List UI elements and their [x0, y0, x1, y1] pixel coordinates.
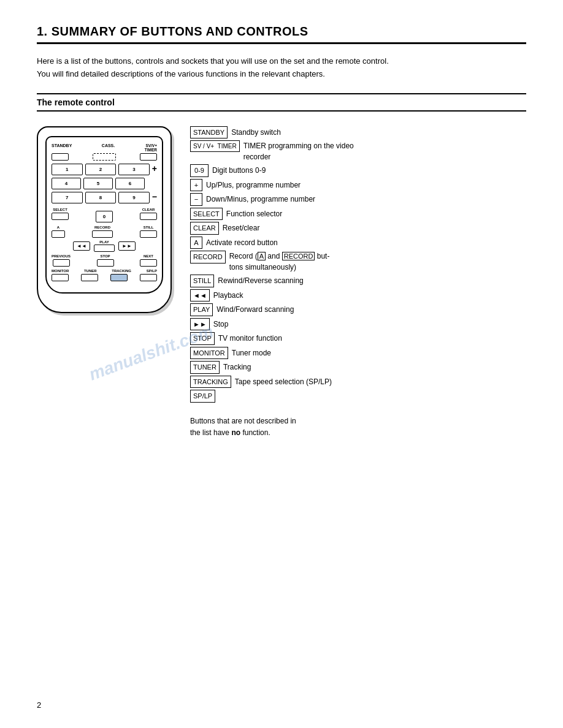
val-plus: Up/Plus, programme number: [206, 180, 301, 191]
desc-clear: CLEAR Reset/clear: [190, 222, 526, 235]
description-list: STANDBY Standby switch SV / V+ TIMER TIM…: [190, 126, 526, 439]
desc-tuner: TUNER Tracking: [190, 361, 526, 374]
remote-section: STANDBY CASS. SV/V+ TIMER 1 2 3 +: [37, 126, 526, 439]
key-timer: SV / V+ TIMER: [190, 140, 240, 152]
desc-ffwd: ►► Stop: [190, 318, 526, 331]
num-grid-row1: 1 2 3: [52, 164, 150, 175]
desc-still: STILL Rewind/Reverse scanning: [190, 275, 526, 287]
key-tracking: TRACKING: [190, 376, 231, 389]
val-timer: TIMER programming on the videorecorder: [243, 140, 354, 162]
prev-btn[interactable]: [53, 259, 70, 267]
desc-monitor: MONITOR Tuner mode: [190, 347, 526, 360]
sv-timer-btn[interactable]: [140, 153, 157, 161]
val-minus: Down/Minus, programme number: [206, 194, 315, 205]
monitor-label: MONITOR: [52, 269, 69, 273]
a-btn[interactable]: [52, 230, 65, 238]
rewind-btn[interactable]: ◄◄: [73, 241, 90, 251]
record-btn[interactable]: [92, 230, 113, 238]
key-tuner: TUNER: [190, 361, 220, 374]
bottom-btn-row: [52, 274, 157, 281]
key-stop: STOP: [190, 332, 215, 345]
prev-label: PREVIOUS: [52, 254, 71, 258]
num-grid-row3: 7 8 9: [52, 192, 150, 203]
val-monitor: Tuner mode: [232, 347, 271, 358]
select-btn[interactable]: [52, 213, 69, 220]
intro-text: Here is a list of the buttons, controls …: [37, 55, 526, 81]
a-label: A: [57, 226, 59, 229]
standby-label: STANDBY: [52, 143, 72, 152]
val-rewind: Playback: [213, 290, 243, 301]
key-select: SELECT: [190, 208, 223, 221]
stop-btn[interactable]: [97, 259, 114, 267]
key-a: A: [190, 237, 202, 249]
num-row-3: 7 8 9 −: [52, 192, 157, 203]
val-standby: Standby switch: [231, 127, 281, 138]
remote-top-labels: STANDBY CASS. SV/V+ TIMER: [52, 143, 157, 152]
val-stop: TV monitor function: [218, 333, 282, 344]
sv-timer-label: SV/V+ TIMER: [145, 143, 157, 152]
btn-5[interactable]: 5: [83, 178, 113, 189]
desc-splp: SP/LP: [190, 390, 526, 403]
btn-6[interactable]: 6: [115, 178, 145, 189]
ffwd-btn[interactable]: ►►: [118, 241, 136, 251]
tuner-btn[interactable]: [81, 274, 98, 281]
zero-label: [104, 206, 105, 210]
desc-stop: STOP TV monitor function: [190, 332, 526, 345]
btn-4[interactable]: 4: [52, 178, 81, 189]
val-clear: Reset/clear: [223, 222, 260, 233]
key-clear: CLEAR: [190, 222, 219, 235]
clear-btn[interactable]: [140, 213, 157, 220]
tracking-btn[interactable]: [110, 274, 128, 281]
val-select: Function selector: [226, 208, 282, 219]
note-box: Buttons that are not described in the li…: [190, 415, 399, 439]
key-still: STILL: [190, 275, 214, 287]
still-label: STILL: [144, 226, 154, 229]
desc-rewind: ◄◄ Playback: [190, 289, 526, 302]
cass-btn[interactable]: [93, 153, 116, 161]
key-plus: +: [190, 179, 202, 192]
key-play: PLAY: [190, 303, 213, 316]
standby-btn[interactable]: [52, 153, 69, 161]
desc-select: SELECT Function selector: [190, 208, 526, 221]
val-ffwd: Stop: [213, 319, 229, 330]
val-record: Record (A and RECORD but-tons simultaneo…: [229, 251, 330, 273]
splp-btn[interactable]: [140, 274, 157, 281]
btn-7[interactable]: 7: [52, 192, 83, 203]
monitor-btn[interactable]: [52, 274, 69, 281]
val-tuner: Tracking: [223, 362, 251, 373]
key-standby: STANDBY: [190, 126, 228, 139]
desc-minus: − Down/Minus, programme number: [190, 193, 526, 206]
clear-label: CLEAR: [142, 208, 155, 211]
note-bold: no: [231, 428, 240, 437]
still-btn[interactable]: [140, 230, 157, 238]
btn-3[interactable]: 3: [118, 164, 150, 175]
btn-9[interactable]: 9: [118, 192, 150, 203]
val-play: Wind/Forward scanning: [216, 304, 294, 315]
note-line1: Buttons that are not described in: [190, 417, 296, 425]
desc-tracking: TRACKING Tape speed selection (SP/LP): [190, 376, 526, 389]
desc-09: 0-9 Digit buttons 0-9: [190, 164, 526, 177]
remote-inner: STANDBY CASS. SV/V+ TIMER 1 2 3 +: [45, 136, 163, 294]
remote-control-diagram: STANDBY CASS. SV/V+ TIMER 1 2 3 +: [37, 126, 172, 313]
btn-8[interactable]: 8: [85, 192, 117, 203]
tuner-label: TUNER: [84, 269, 97, 273]
btn-1[interactable]: 1: [52, 164, 83, 175]
note-line2: the list have: [190, 428, 229, 437]
rec-still-row: A RECORD STILL: [52, 226, 157, 238]
top-button-row: [52, 153, 157, 161]
play-btn[interactable]: [94, 245, 115, 252]
desc-plus: + Up/Plus, programme number: [190, 179, 526, 192]
key-rewind: ◄◄: [190, 289, 210, 302]
num-row-2: 4 5 6: [52, 178, 157, 189]
val-still: Rewind/Reverse scanning: [218, 275, 303, 286]
btn-2[interactable]: 2: [85, 164, 117, 175]
num-grid-row2: 4 5 6: [52, 178, 145, 189]
btn-0[interactable]: 0: [96, 211, 113, 222]
val-a: Activate record button: [206, 237, 278, 248]
val-09: Digit buttons 0-9: [212, 165, 266, 176]
desc-timer: SV / V+ TIMER TIMER programming on the v…: [190, 140, 526, 162]
key-record: RECORD: [190, 251, 226, 264]
next-btn[interactable]: [140, 259, 157, 267]
play-row: ◄◄ PLAY ►►: [52, 240, 157, 252]
stop-label: STOP: [100, 254, 110, 258]
